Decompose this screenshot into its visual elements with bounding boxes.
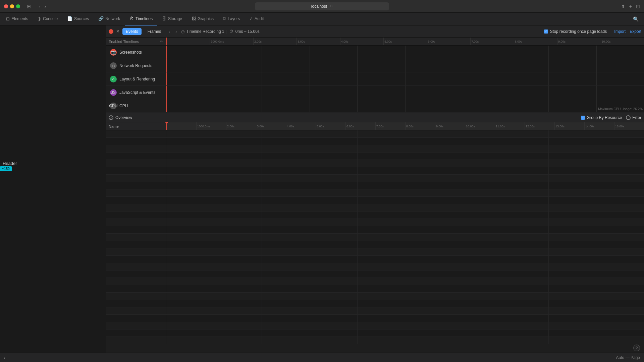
stop-button[interactable]: ✕: [116, 29, 120, 34]
cpu-track: Maximum CPU Usage: 26.2%: [166, 99, 644, 112]
tab-console[interactable]: ❯ Console: [33, 13, 62, 25]
enabled-timelines-label-row: Enabled Timelines ✏: [106, 38, 166, 46]
ruler-tick: 5.00s: [383, 38, 392, 45]
table-row: [106, 226, 644, 234]
overview-tick: 4.00s: [286, 122, 294, 130]
ruler-tick: 3.00s: [297, 38, 305, 45]
timeline-next[interactable]: ›: [174, 28, 178, 35]
scrubber-line: [166, 38, 167, 45]
tabbar-right: 🔍: [632, 15, 643, 23]
tab-storage[interactable]: 🗄 Storage: [157, 13, 187, 25]
cpu-row: CPU CPU Maximum CPU Usage: 26.2%: [106, 99, 644, 113]
bottom-bar: › Auto — Page: [0, 353, 644, 362]
bottom-left: ›: [4, 355, 5, 360]
back-button[interactable]: ‹: [38, 3, 42, 10]
overview-tick: 1000.0ms: [196, 122, 211, 130]
frames-tab[interactable]: Frames: [144, 28, 165, 35]
network-requests-row: ↑↓ Network Requests: [106, 59, 644, 72]
tab-audit[interactable]: ✓ Audit: [245, 13, 268, 25]
overview-tick: 2.00s: [226, 122, 234, 130]
graphics-icon: 🖼: [192, 16, 196, 21]
recording-info: ◷ Timeline Recording 1 | ⏱ 0ms – 15.00s: [181, 29, 260, 34]
events-tab-label: Events: [126, 29, 138, 34]
group-by-checkbox[interactable]: ✓: [581, 116, 585, 120]
maximize-button[interactable]: [16, 4, 20, 8]
max-cpu-label: Maximum CPU Usage: 26.2%: [598, 107, 643, 111]
ruler-area: 1000.0ms2.00s3.00s4.00s5.00s6.00s7.00s8.…: [166, 38, 644, 46]
cpu-label-text: CPU: [119, 104, 128, 108]
share-icon[interactable]: ⬆: [621, 4, 625, 9]
table-row: [106, 337, 644, 344]
stop-recording-label: Stop recording once page loads: [550, 29, 607, 34]
sources-icon: 📄: [67, 16, 72, 21]
tab-graphics[interactable]: 🖼 Graphics: [187, 13, 218, 25]
auto-page-label: Auto — Page: [616, 355, 640, 360]
tabs-icon[interactable]: ⊡: [636, 4, 640, 9]
cyan-badge: ~150: [0, 166, 12, 171]
tab-network-label: Network: [105, 16, 120, 21]
tab-sources[interactable]: 📄 Sources: [62, 13, 94, 25]
overview-tick: 14.00s: [584, 122, 594, 130]
table-row: [106, 293, 644, 300]
timeline-prev[interactable]: ‹: [167, 28, 171, 35]
filter-button[interactable]: Filter: [626, 115, 641, 120]
group-by-resource[interactable]: ✓ Group By Resource: [581, 115, 622, 120]
overview-circle-icon: ▷: [109, 115, 113, 120]
sidebar-toggle[interactable]: ⊞: [25, 3, 32, 10]
overview-right: ✓ Group By Resource Filter: [581, 115, 641, 120]
new-tab-icon[interactable]: +: [629, 4, 632, 9]
record-button[interactable]: [109, 29, 113, 34]
network-requests-icon: ↑↓: [110, 62, 117, 69]
table-row: [106, 307, 644, 315]
network-scrubber: [166, 59, 167, 72]
console-icon: ❯: [38, 16, 41, 21]
tab-layers-label: Layers: [228, 16, 240, 21]
overview-scrubber: [166, 122, 167, 130]
minimize-button[interactable]: [10, 4, 14, 8]
overview-tick: 6.00s: [345, 122, 354, 130]
titlebar-actions: ⬆ + ⊡: [621, 4, 640, 9]
js-scrubber: [166, 86, 167, 99]
table-row: [106, 234, 644, 241]
reload-icon[interactable]: ↻: [330, 4, 333, 8]
ruler-tick: 4.00s: [340, 38, 348, 45]
screenshots-track: [166, 46, 644, 59]
address-bar[interactable]: localhost ↻: [255, 2, 389, 10]
stop-recording-checkbox[interactable]: ✓: [544, 29, 548, 34]
events-tab[interactable]: Events: [122, 28, 142, 35]
layout-scrubber: [166, 72, 167, 85]
pencil-icon[interactable]: ✏: [160, 39, 163, 44]
layout-rendering-label-text: Layout & Rendering: [119, 77, 155, 81]
devtools-body: Header ~150 ✕ Events Frames ‹ › ◷ Timeli…: [0, 25, 644, 353]
overview-header: ▷ Overview ✓ Group By Resource Filter: [106, 113, 644, 122]
table-row: [106, 153, 644, 160]
forward-button[interactable]: ›: [43, 3, 48, 10]
overview-tick: 13.00s: [554, 122, 565, 130]
tab-layers[interactable]: ⧉ Layers: [218, 13, 245, 25]
tab-network[interactable]: 🔗 Network: [94, 13, 125, 25]
js-events-label: JS JavaScript & Events: [106, 86, 166, 99]
timelines-panel: ✕ Events Frames ‹ › ◷ Timeline Recording…: [106, 25, 644, 353]
overview-tick: 12.00s: [525, 122, 535, 130]
import-button[interactable]: Import: [614, 29, 626, 34]
overview-tick: 11.00s: [495, 122, 505, 130]
screenshots-label-text: Screenshots: [119, 50, 142, 55]
console-toggle-icon[interactable]: ›: [4, 355, 5, 360]
filter-label: Filter: [632, 115, 641, 120]
tab-graphics-label: Graphics: [198, 16, 214, 21]
screenshots-icon: 📷: [110, 49, 117, 56]
group-by-label: Group By Resource: [587, 115, 622, 120]
overview-ruler: Name 1000.0ms2.00s3.00s4.00s5.00s6.00s7.…: [106, 122, 644, 130]
table-row: [106, 270, 644, 278]
close-button[interactable]: [4, 4, 8, 8]
tab-elements[interactable]: ◻ Elements: [1, 13, 33, 25]
ruler-tick: 8.00s: [514, 38, 522, 45]
tab-timelines[interactable]: ⏱ Timelines: [125, 13, 157, 25]
layers-icon: ⧉: [223, 16, 226, 21]
ruler-tick: 1000.0ms: [210, 38, 224, 45]
name-column-header: Name: [106, 122, 166, 130]
search-button[interactable]: 🔍: [632, 15, 640, 23]
help-button[interactable]: ?: [633, 345, 640, 351]
time-range: 0ms – 15.00s: [235, 29, 260, 34]
export-button[interactable]: Export: [630, 29, 641, 34]
